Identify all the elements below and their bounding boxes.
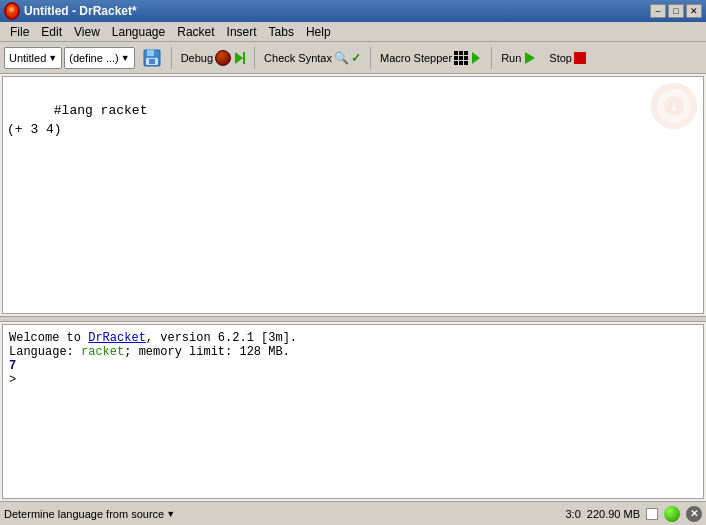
separator-2 [254,47,255,69]
status-right-section: 3:0 220.90 MB ✕ [566,506,703,522]
menu-bar: File Edit View Language Racket Insert Ta… [0,22,706,42]
svg-rect-5 [243,52,245,64]
app-icon [4,3,20,19]
save-button[interactable] [137,45,167,71]
memory-box-icon [646,508,658,520]
menu-insert[interactable]: Insert [221,23,263,41]
pane-splitter[interactable] [0,316,706,322]
debug-play-icon [233,51,245,65]
debug-button[interactable]: Debug [176,45,250,71]
title-bar: Untitled - DrRacket* – □ ✕ [0,0,706,22]
svg-marker-6 [472,52,480,64]
main-area: #lang racket (+ 3 4) λ Welcome to DrRack… [0,74,706,501]
define-label: (define ...) [69,52,119,64]
menu-racket[interactable]: Racket [171,23,220,41]
stop-button[interactable]: Stop [544,45,591,71]
menu-edit[interactable]: Edit [35,23,68,41]
repl-memory-text: ; memory limit: 128 MB. [124,345,290,359]
menu-file[interactable]: File [4,23,35,41]
window-controls: – □ ✕ [650,4,702,18]
window-title: Untitled - DrRacket* [24,4,650,18]
check-syntax-check-icon: ✓ [351,51,361,65]
untitled-dropdown[interactable]: Untitled ▼ [4,47,62,69]
svg-text:λ: λ [672,103,677,113]
stepper-play-icon [470,51,482,65]
run-icon [523,51,537,65]
macro-stepper-grid-icon [454,51,468,65]
untitled-label: Untitled [9,52,46,64]
debug-label: Debug [181,52,213,64]
repl-number-output: 7 [9,359,16,373]
memory-usage: 220.90 MB [587,508,640,520]
code-line-2: (+ 3 4) [7,122,62,137]
repl-welcome-line: Welcome to DrRacket, version 6.2.1 [3m]. [9,331,697,345]
close-button[interactable]: ✕ [686,4,702,18]
repl-lang-label: Language: [9,345,81,359]
editor-content: #lang racket (+ 3 4) [7,81,699,159]
maximize-button[interactable]: □ [668,4,684,18]
minimize-button[interactable]: – [650,4,666,18]
separator-1 [171,47,172,69]
macro-stepper-label: Macro Stepper [380,52,452,64]
save-icon [142,48,162,68]
repl-prompt-symbol: > [9,373,16,387]
drracket-link[interactable]: DrRacket [88,331,146,345]
status-circle-x-icon: ✕ [686,506,702,522]
check-syntax-search-icon: 🔍 [334,51,349,65]
separator-3 [370,47,371,69]
define-dropdown[interactable]: (define ...) ▼ [64,47,134,69]
check-syntax-button[interactable]: Check Syntax 🔍 ✓ [259,45,366,71]
menu-help[interactable]: Help [300,23,337,41]
repl-welcome-text: Welcome to [9,331,88,345]
status-bar: Determine language from source ▼ 3:0 220… [0,501,706,525]
repl-welcome-rest: , version 6.2.1 [3m]. [146,331,297,345]
repl-language-line: Language: racket; memory limit: 128 MB. [9,345,697,359]
svg-rect-1 [147,50,154,56]
code-line-1: #lang racket [54,103,148,118]
repl-lang-value: racket [81,345,124,359]
stop-label: Stop [549,52,572,64]
stop-icon [574,52,586,64]
repl-output-line: 7 [9,359,697,373]
status-language[interactable]: Determine language from source ▼ [4,508,562,520]
menu-tabs[interactable]: Tabs [263,23,300,41]
check-syntax-label: Check Syntax [264,52,332,64]
svg-rect-3 [149,59,155,64]
debug-icon [215,50,231,66]
macro-stepper-button[interactable]: Macro Stepper [375,45,487,71]
cursor-position: 3:0 [566,508,581,520]
editor-pane[interactable]: #lang racket (+ 3 4) λ [2,76,704,314]
define-chevron-icon: ▼ [121,53,130,63]
menu-language[interactable]: Language [106,23,171,41]
repl-prompt-line: > [9,373,697,387]
untitled-chevron-icon: ▼ [48,53,57,63]
racket-logo-icon [4,2,20,20]
run-button[interactable]: Run [496,45,542,71]
separator-4 [491,47,492,69]
status-lang-label: Determine language from source [4,508,164,520]
toolbar: Untitled ▼ (define ...) ▼ Debug Check Sy… [0,42,706,74]
status-lang-chevron-icon: ▼ [166,509,175,519]
status-green-indicator [664,506,680,522]
svg-marker-7 [525,52,535,64]
repl-pane[interactable]: Welcome to DrRacket, version 6.2.1 [3m].… [2,324,704,499]
menu-view[interactable]: View [68,23,106,41]
watermark-logo: λ [649,81,699,131]
svg-marker-4 [235,52,243,64]
run-label: Run [501,52,521,64]
